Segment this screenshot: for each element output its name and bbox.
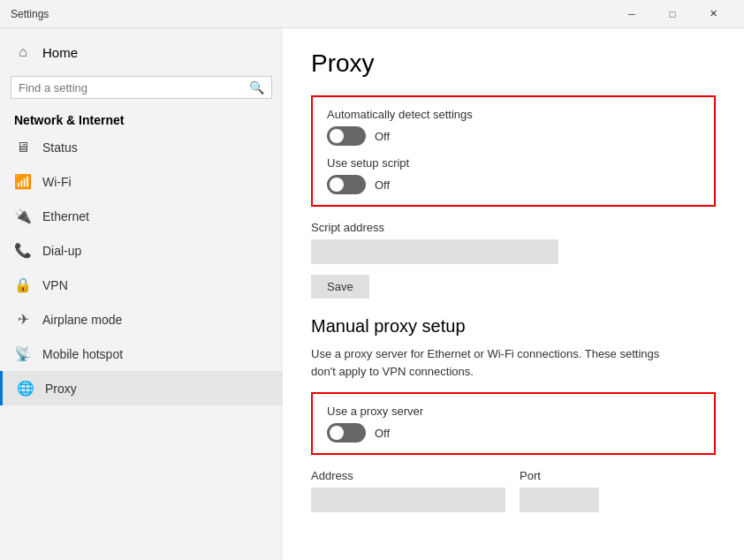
status-icon: 🖥 [14,140,32,155]
sidebar-item-status[interactable]: 🖥 Status [0,131,283,164]
page-title: Proxy [311,49,716,78]
port-label: Port [520,469,599,482]
sidebar-item-label: Wi-Fi [42,175,72,189]
use-proxy-value: Off [375,427,390,440]
sidebar-item-label: Airplane mode [42,313,122,327]
sidebar-item-wifi[interactable]: 📶 Wi-Fi [0,164,283,199]
search-box[interactable]: 🔍 [11,76,272,99]
use-proxy-label: Use a proxy server [327,405,700,418]
search-input[interactable] [19,81,244,95]
search-icon: 🔍 [249,80,264,95]
close-button[interactable]: ✕ [693,0,733,28]
maximize-button[interactable]: □ [652,0,693,28]
use-proxy-row: Off [327,423,700,443]
setup-script-toggle[interactable] [327,175,366,194]
script-address-label: Script address [311,221,716,234]
address-label: Address [311,469,505,482]
auto-detect-toggle[interactable] [327,126,366,146]
hotspot-icon: 📡 [14,345,32,362]
manual-proxy-desc-line2: don't apply to VPN connections. [311,365,474,378]
sidebar-item-label: VPN [42,278,68,292]
manual-proxy-desc: Use a proxy server for Ethernet or Wi-Fi… [311,345,716,380]
sidebar-item-ethernet[interactable]: 🔌 Ethernet [0,199,283,233]
sidebar-item-label: Proxy [45,382,77,396]
port-input[interactable] [520,488,599,512]
sidebar-item-vpn[interactable]: 🔒 VPN [0,268,283,302]
sidebar: ⌂ Home 🔍 Network & Internet 🖥 Status 📶 W… [0,28,283,560]
setup-script-row: Off [327,175,700,194]
minimize-button[interactable]: ─ [611,0,652,28]
sidebar-item-label: Mobile hotspot [42,347,123,361]
sidebar-item-label: Ethernet [42,209,89,223]
automatic-proxy-box: Automatically detect settings Off Use se… [311,95,716,207]
sidebar-item-label: Dial-up [42,244,81,258]
script-address-input[interactable] [311,239,558,264]
sidebar-item-hotspot[interactable]: 📡 Mobile hotspot [0,337,283,371]
window-controls: ─ □ ✕ [611,0,733,28]
sidebar-item-proxy[interactable]: 🌐 Proxy [0,371,283,405]
sidebar-item-dialup[interactable]: 📞 Dial-up [0,233,283,268]
use-proxy-toggle[interactable] [327,423,366,443]
setup-script-label: Use setup script [327,156,700,170]
vpn-icon: 🔒 [14,276,32,293]
auto-detect-row: Off [327,126,700,146]
content-area: Proxy Automatically detect settings Off … [283,28,744,560]
app-title: Settings [11,8,49,20]
auto-detect-value: Off [375,130,390,143]
home-icon: ⌂ [14,44,32,60]
sidebar-item-airplane[interactable]: ✈ Airplane mode [0,302,283,337]
auto-detect-label: Automatically detect settings [327,108,700,121]
app-body: ⌂ Home 🔍 Network & Internet 🖥 Status 📶 W… [0,28,744,560]
setup-script-value: Off [375,178,390,192]
home-label: Home [42,45,78,60]
address-port-row: Address Port [311,469,716,512]
proxy-icon: 🌐 [17,380,34,397]
section-label: Network & Internet [0,106,283,131]
wifi-icon: 📶 [14,173,32,190]
dialup-icon: 📞 [14,242,32,259]
sidebar-item-label: Status [42,140,78,155]
save-button[interactable]: Save [311,275,369,299]
address-input[interactable] [311,488,505,512]
ethernet-icon: 🔌 [14,208,32,224]
airplane-icon: ✈ [14,311,32,328]
sidebar-home[interactable]: ⌂ Home [0,35,283,69]
use-proxy-box: Use a proxy server Off [311,392,716,455]
address-group: Address [311,469,505,512]
manual-proxy-title: Manual proxy setup [311,316,716,337]
title-bar: Settings ─ □ ✕ [0,0,744,28]
manual-proxy-desc-line1: Use a proxy server for Ethernet or Wi-Fi… [311,347,659,360]
port-group: Port [520,469,599,512]
